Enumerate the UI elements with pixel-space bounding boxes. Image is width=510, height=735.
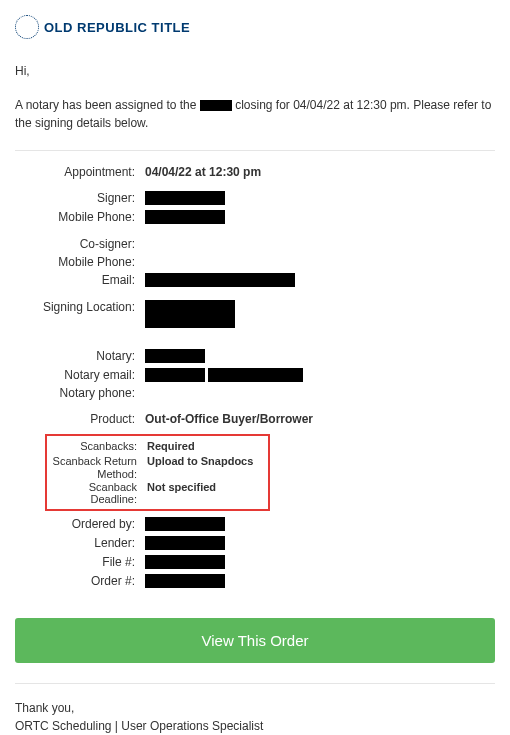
redacted-email (145, 273, 295, 287)
company-logo: OLD REPUBLIC TITLE (15, 15, 495, 39)
label-notary-email: Notary email: (15, 368, 145, 384)
label-notary: Notary: (15, 349, 145, 366)
logo-star-circle-icon (15, 15, 39, 39)
label-product: Product: (15, 412, 145, 428)
redacted-signer (145, 191, 225, 205)
redacted-notary-email-a (145, 368, 205, 382)
redacted-notary-email-b (208, 368, 303, 382)
label-notary-phone: Notary phone: (15, 386, 145, 402)
scanback-highlight: Scanbacks: Required Scanback Return Meth… (45, 434, 270, 511)
label-mobile2: Mobile Phone: (15, 255, 145, 271)
redacted-order-no (145, 574, 225, 588)
signoff-role: ORTC Scheduling | User Operations Specia… (15, 717, 495, 735)
logo-text: OLD REPUBLIC TITLE (44, 20, 190, 35)
label-scanback-return: Scanback Return Method: (47, 455, 147, 481)
value-scanback-return: Upload to Snapdocs (147, 455, 268, 467)
label-appointment: Appointment: (15, 165, 145, 181)
label-scanback-deadline: Scanback Deadline: (47, 481, 147, 505)
label-email: Email: (15, 273, 145, 290)
label-signing-location: Signing Location: (15, 300, 145, 331)
signoff-thankyou: Thank you, (15, 699, 495, 717)
separator-bottom (15, 683, 495, 684)
label-scanbacks: Scanbacks: (47, 440, 147, 455)
redacted-file-no (145, 555, 225, 569)
label-mobile1: Mobile Phone: (15, 210, 145, 227)
label-signer: Signer: (15, 191, 145, 208)
value-product: Out-of-Office Buyer/Borrower (145, 412, 495, 428)
label-cosigner: Co-signer: (15, 237, 145, 253)
signoff-block: Thank you, ORTC Scheduling | User Operat… (15, 699, 495, 735)
redacted-mobile1 (145, 210, 225, 224)
value-appointment: 04/04/22 at 12:30 pm (145, 165, 495, 181)
redacted-ordered-by (145, 517, 225, 531)
greeting-text: Hi, (15, 64, 495, 78)
label-file-no: File #: (15, 555, 145, 572)
label-order-no: Order #: (15, 574, 145, 591)
redacted-location (145, 300, 235, 328)
redacted-name (200, 100, 232, 111)
label-ordered-by: Ordered by: (15, 517, 145, 534)
redacted-notary (145, 349, 205, 363)
value-scanback-deadline: Not specified (147, 481, 268, 505)
details-block: Appointment: 04/04/22 at 12:30 pm Signer… (15, 151, 495, 603)
intro-text-before: A notary has been assigned to the (15, 98, 200, 112)
view-order-button[interactable]: View This Order (15, 618, 495, 663)
intro-paragraph: A notary has been assigned to the closin… (15, 96, 495, 132)
value-scanbacks: Required (147, 440, 268, 455)
redacted-lender (145, 536, 225, 550)
label-lender: Lender: (15, 536, 145, 553)
